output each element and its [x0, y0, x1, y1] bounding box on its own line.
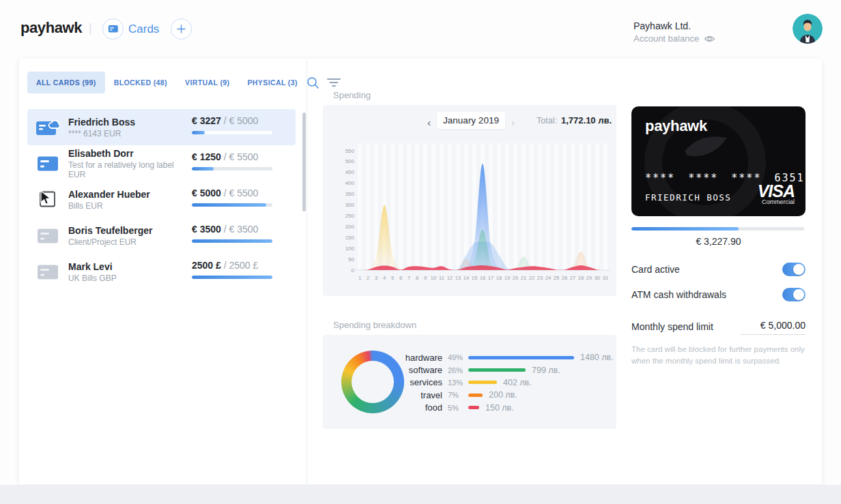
spend-limit-input[interactable]: € 5,000.00: [741, 320, 806, 335]
blue-card-icon: [35, 155, 60, 173]
category-percent: 13%: [448, 379, 468, 387]
breakdown-section-title: Spending breakdown: [333, 320, 416, 330]
svg-text:200: 200: [345, 224, 355, 230]
account-balance-label: Account balance: [633, 33, 699, 44]
gray-card-icon: [35, 227, 60, 245]
card-holder-name: Friedrich Boss: [68, 117, 181, 128]
card-brand: payhawk: [645, 117, 707, 135]
spend-progressbar: [192, 131, 272, 134]
svg-text:450: 450: [345, 169, 355, 175]
search-icon[interactable]: [307, 76, 319, 89]
company-name: Payhawk Ltd.: [633, 20, 691, 31]
card-label: UK Bills GBP: [68, 273, 181, 283]
person-icon: [793, 14, 823, 44]
card-holder-name: Elisabeth Dorr: [68, 148, 181, 159]
svg-text:2: 2: [367, 275, 369, 281]
cards-nav-label[interactable]: Cards: [128, 23, 159, 36]
outline-card-icon: [35, 191, 60, 209]
category-label: services: [388, 377, 442, 387]
svg-text:300: 300: [345, 202, 355, 208]
spending-section-title: Spending: [333, 90, 371, 100]
tab-virtual[interactable]: VIRTUAL (9): [176, 72, 238, 93]
payhawk-logo: payhawk: [20, 19, 82, 37]
card-label: Test for a relatively long label EUR: [68, 160, 181, 179]
tab-all-cards[interactable]: ALL CARDS (99): [27, 72, 105, 93]
legend-row: food 5% 150 лв.: [388, 402, 614, 414]
category-bar: [468, 368, 526, 372]
cards-nav-button[interactable]: [102, 18, 124, 40]
svg-text:19: 19: [504, 275, 510, 281]
spend-amounts: 2500 £ / 2500 £: [192, 260, 272, 271]
panel-divider: [307, 59, 307, 484]
account-balance-row[interactable]: Account balance: [633, 33, 715, 44]
toggle-label: Card active: [631, 264, 680, 275]
total-label: Total:: [537, 116, 557, 125]
svg-text:9: 9: [424, 275, 427, 281]
spend-amounts: € 5000 / € 5500: [192, 188, 272, 198]
filter-icon[interactable]: [327, 77, 341, 88]
payhawk-app: payhawk | Cards Payhawk Ltd. Account bal…: [0, 0, 841, 504]
visa-logo: VISA Commercial: [758, 183, 795, 205]
svg-text:150: 150: [345, 235, 355, 241]
svg-text:350: 350: [345, 191, 355, 197]
add-card-button[interactable]: [171, 18, 192, 40]
user-avatar[interactable]: [793, 14, 823, 44]
svg-text:17: 17: [488, 275, 494, 281]
list-item[interactable]: Elisabeth Dorr Test for a relatively lon…: [27, 145, 296, 181]
svg-text:20: 20: [513, 275, 518, 281]
svg-text:22: 22: [529, 275, 534, 281]
next-month-button[interactable]: ›: [511, 115, 515, 131]
spend-progressbar: [192, 203, 272, 207]
spend-progressbar: [192, 167, 272, 171]
atm-withdrawals-toggle[interactable]: [782, 288, 806, 301]
card-list: Friedrich Boss **** 6143 EUR € 3227 / € …: [27, 109, 296, 290]
legend-row: hardware 49% 1480 лв.: [388, 351, 614, 364]
legend-row: travel 7% 200 лв.: [388, 389, 614, 401]
svg-text:50: 50: [348, 256, 354, 263]
card-label: Client/Project EUR: [68, 237, 181, 247]
svg-text:4: 4: [383, 275, 386, 281]
category-value: 799 лв.: [532, 366, 560, 375]
category-value: 150 лв.: [485, 403, 514, 413]
prev-month-button[interactable]: ‹: [427, 115, 431, 131]
tab-physical[interactable]: PHYSICAL (3): [238, 72, 306, 93]
category-value: 402 лв.: [503, 378, 532, 387]
toggle-row: Card active: [631, 262, 806, 277]
svg-text:7: 7: [408, 275, 410, 281]
eye-icon[interactable]: [704, 35, 715, 43]
spend-amounts: € 3500 / € 3500: [192, 224, 272, 235]
svg-text:100: 100: [345, 246, 355, 252]
svg-text:500: 500: [345, 158, 355, 164]
tab-blocked[interactable]: BLOCKED (48): [105, 72, 176, 93]
category-percent: 49%: [448, 353, 468, 361]
balance-amount: € 3,227.90: [631, 236, 806, 247]
list-item[interactable]: Alexander Hueber Bills EUR € 5000 / € 55…: [27, 181, 296, 218]
list-item[interactable]: Friedrich Boss **** 6143 EUR € 3227 / € …: [27, 109, 296, 145]
legend-row: services 13% 402 лв.: [388, 376, 614, 389]
category-bar: [468, 394, 483, 397]
list-item[interactable]: Boris Teufelberger Client/Project EUR € …: [27, 218, 296, 254]
card-settings: Card active ATM cash withdrawals: [631, 262, 806, 302]
virtual-cloud-card-icon: [35, 119, 60, 136]
category-bar: [468, 406, 479, 409]
legend-row: software 26% 799 лв.: [388, 364, 614, 376]
svg-text:18: 18: [496, 275, 502, 281]
spend-progressbar: [192, 239, 272, 243]
card-holder: FRIEDRICH BOSS: [645, 192, 731, 203]
svg-text:27: 27: [570, 275, 575, 281]
list-scrollbar[interactable]: [302, 113, 306, 211]
card-active-toggle[interactable]: [782, 263, 806, 276]
list-item[interactable]: Mark Levi UK Bills GBP 2500 £ / 2500 £: [27, 254, 296, 290]
month-selector[interactable]: January 2019: [437, 112, 505, 129]
payment-card-preview: payhawk **** **** **** 6351 FRIEDRICH BO…: [631, 106, 806, 216]
spend-limit-row: Monthly spend limit € 5,000.00: [631, 320, 806, 335]
category-label: food: [388, 402, 442, 413]
svg-text:1: 1: [358, 275, 361, 281]
svg-text:23: 23: [537, 275, 543, 281]
card-filter-tabs: ALL CARDS (99)BLOCKED (48)VIRTUAL (9)PHY…: [27, 72, 298, 93]
svg-text:250: 250: [345, 213, 355, 219]
card-holder-name: Alexander Hueber: [68, 189, 181, 200]
svg-text:13: 13: [455, 275, 461, 281]
breakdown-panel: hardware 49% 1480 лв. software 26% 799 л…: [323, 335, 616, 429]
category-bar: [468, 381, 497, 384]
